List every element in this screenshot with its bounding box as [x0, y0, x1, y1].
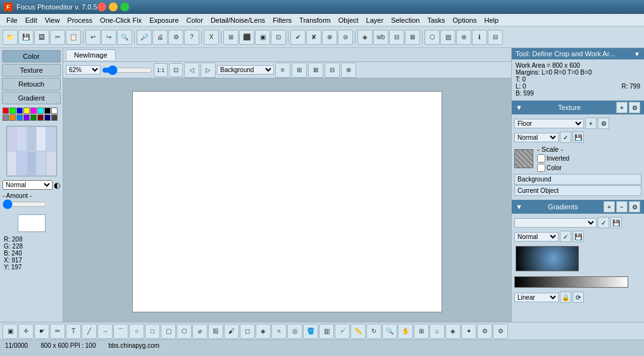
tool-link[interactable]: ⛓: [208, 324, 223, 339]
toolbar-add[interactable]: ⊕: [322, 30, 337, 45]
toolbar-help[interactable]: ?: [184, 30, 199, 45]
tool-setting2[interactable]: ⚙: [493, 324, 508, 339]
toolbar-mode[interactable]: ⊠: [405, 30, 420, 45]
tool-collapse-btn[interactable]: ▼: [634, 51, 640, 58]
toolbar-check[interactable]: ✔: [290, 30, 306, 45]
gradient-bar[interactable]: [514, 276, 628, 288]
gradient-panel-btn[interactable]: Gradient: [2, 92, 61, 104]
tool-pen[interactable]: ✏: [50, 324, 65, 339]
gradient-n-btn2[interactable]: 💾: [573, 231, 584, 242]
toolbar-sub[interactable]: ⊖: [338, 30, 353, 45]
tool-pointer[interactable]: ☛: [34, 324, 49, 339]
tool-text[interactable]: T: [66, 324, 81, 339]
tool-warp[interactable]: ⌂: [430, 324, 445, 339]
menu-exposure[interactable]: Exposure: [146, 15, 182, 25]
color-swatch[interactable]: [30, 107, 37, 114]
texture-floor-opt[interactable]: ⚙: [598, 118, 609, 129]
menu-detailnoiselens[interactable]: Detail/Noise/Lens: [207, 15, 269, 25]
toolbar-close[interactable]: X: [204, 30, 219, 45]
gradient-save-btn[interactable]: 💾: [610, 217, 622, 228]
canvas-btn2[interactable]: ⊠: [308, 63, 323, 78]
inverted-check[interactable]: [537, 154, 545, 163]
mode-option-btn[interactable]: ≡: [275, 63, 290, 78]
texture-floor-add[interactable]: +: [585, 118, 597, 129]
toolbar-wb[interactable]: wb: [373, 30, 388, 45]
menu-filters[interactable]: Filters: [269, 15, 295, 25]
tool-zoom[interactable]: 🔍: [382, 324, 397, 339]
texture-save-btn[interactable]: 💾: [573, 132, 584, 143]
close-button[interactable]: [97, 3, 106, 11]
tool-hand[interactable]: ✋: [398, 324, 413, 339]
menu-selection[interactable]: Selection: [387, 15, 423, 25]
gradient-type-select[interactable]: Linear: [514, 293, 559, 302]
gradient-flip-btn[interactable]: ⟳: [573, 292, 584, 303]
toolbar-undo[interactable]: ↩: [85, 30, 101, 45]
menu-help[interactable]: Help: [480, 15, 502, 25]
texture-add-btn[interactable]: +: [616, 102, 628, 113]
gradient-lock-btn[interactable]: 🔒: [560, 292, 571, 303]
toolbar-minus[interactable]: ⊟: [488, 30, 503, 45]
tool-eraser[interactable]: ◻: [240, 324, 255, 339]
color-swatch[interactable]: [30, 114, 37, 121]
toolbar-save[interactable]: 💾: [18, 30, 34, 45]
toolbar-x[interactable]: ✘: [306, 30, 321, 45]
color-swatch[interactable]: [44, 107, 51, 114]
tool-line[interactable]: ╱: [82, 324, 97, 339]
color-check[interactable]: [537, 164, 545, 172]
canvas-tab-newimage[interactable]: NewImage: [66, 49, 116, 60]
gradient-normal-select[interactable]: Normal: [514, 232, 559, 242]
color-swatch[interactable]: [37, 107, 44, 114]
gradient-apply-btn[interactable]: ✓: [598, 217, 609, 228]
minimize-button[interactable]: [109, 3, 118, 11]
toolbar-zoom-out[interactable]: 🔎: [137, 30, 152, 45]
zoom-slider[interactable]: [102, 65, 152, 75]
menu-view[interactable]: View: [41, 15, 64, 25]
tool-setting1[interactable]: ⚙: [477, 324, 492, 339]
color-swatch[interactable]: [23, 114, 30, 121]
tool-transform[interactable]: ⊞: [414, 324, 429, 339]
canvas-btn4[interactable]: ⊕: [341, 63, 356, 78]
color-panel-btn[interactable]: Color: [2, 50, 61, 63]
gradient-opt-btn[interactable]: ⚙: [629, 201, 640, 212]
mode-select[interactable]: Background: [217, 65, 274, 75]
zoom-100-btn[interactable]: 1:1: [154, 63, 168, 77]
menu-edit[interactable]: Edit: [22, 15, 41, 25]
maximize-button[interactable]: [120, 3, 129, 11]
tool-polygon[interactable]: ⬡: [176, 324, 192, 339]
color-swatch[interactable]: [51, 107, 58, 114]
zoom-select[interactable]: 62%: [66, 65, 101, 75]
tool-paintbrush[interactable]: 🖌: [224, 324, 239, 339]
color-swatch[interactable]: [44, 114, 51, 121]
menu-transform[interactable]: Transform: [295, 15, 335, 25]
menu-tasks[interactable]: Tasks: [423, 15, 449, 25]
tool-sharpen[interactable]: ◎: [287, 324, 302, 339]
menu-layer[interactable]: Layer: [362, 15, 388, 25]
toolbar-info[interactable]: ⊛: [456, 30, 471, 45]
color-swatch[interactable]: [3, 107, 9, 114]
fit-screen-btn[interactable]: ⊡: [169, 63, 183, 77]
tool-rotate[interactable]: ↻: [366, 324, 381, 339]
tool-fill[interactable]: 🪣: [303, 324, 318, 339]
texture-floor-select[interactable]: Floor: [514, 119, 584, 128]
foreground-color-box[interactable]: [18, 214, 46, 232]
toolbar-open[interactable]: 📁: [3, 30, 18, 45]
gradient-sub-btn[interactable]: −: [616, 201, 628, 212]
menu-process[interactable]: Process: [63, 15, 96, 25]
canvas-btn3[interactable]: ⊟: [325, 63, 340, 78]
color-swatch[interactable]: [3, 114, 9, 121]
menu-oneclickfix[interactable]: One-Click Fix: [96, 15, 146, 25]
toolbar-rect-tool[interactable]: ⬛: [239, 30, 254, 45]
color-swatch[interactable]: [9, 107, 16, 114]
tool-move[interactable]: ✛: [18, 324, 34, 339]
tool-ellipse[interactable]: ○: [129, 324, 144, 339]
toolbar-select-tool[interactable]: ▣: [255, 30, 270, 45]
color-swatch[interactable]: [16, 114, 23, 121]
toolbar-redo[interactable]: ↪: [101, 30, 116, 45]
toolbar-fit[interactable]: ⊡: [271, 30, 286, 45]
blend-mode-select[interactable]: Normal: [3, 180, 53, 190]
toolbar-sub2[interactable]: ⊟: [389, 30, 404, 45]
toolbar-print[interactable]: 🖨: [152, 30, 168, 45]
retouch-panel-btn[interactable]: Retouch: [2, 78, 61, 90]
tool-eyedropper[interactable]: 💉: [335, 324, 350, 339]
toolbar-paste[interactable]: 📋: [66, 30, 81, 45]
